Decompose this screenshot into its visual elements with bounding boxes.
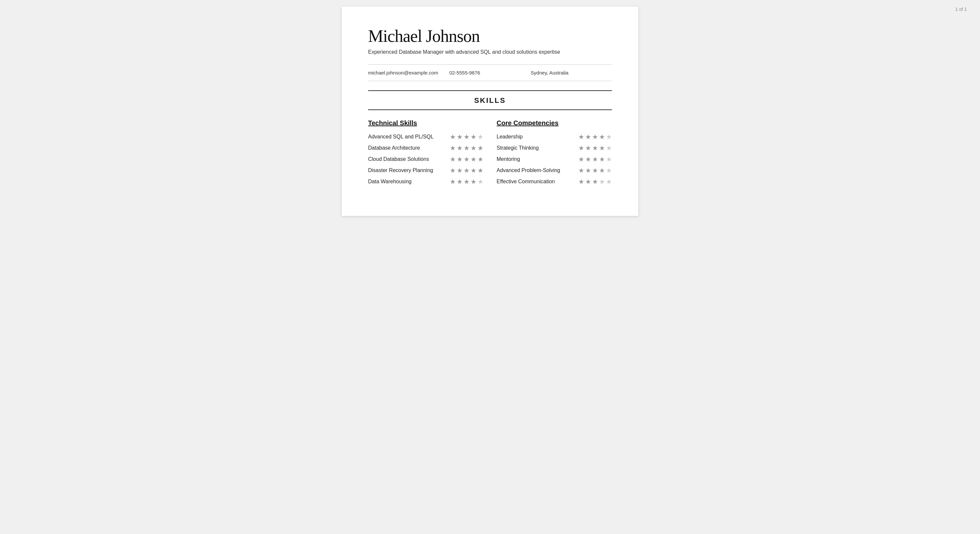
skill-row-cloud: Cloud Database Solutions ★ ★ ★ ★ ★ bbox=[368, 156, 484, 163]
star-3: ★ bbox=[464, 156, 469, 163]
skill-name-db-arch: Database Architecture bbox=[368, 145, 450, 151]
star-1: ★ bbox=[450, 179, 456, 185]
technical-skills-column: Technical Skills Advanced SQL and PL/SQL… bbox=[368, 120, 484, 190]
star-3: ★ bbox=[592, 145, 598, 151]
star-4: ★ bbox=[599, 134, 605, 140]
contact-email: michael.johnson@example.com bbox=[368, 70, 449, 75]
star-2: ★ bbox=[585, 179, 591, 185]
skill-name-sql: Advanced SQL and PL/SQL bbox=[368, 134, 450, 140]
skill-stars-strategic: ★ ★ ★ ★ ★ bbox=[578, 145, 612, 151]
skill-name-strategic: Strategic Thinking bbox=[496, 145, 578, 151]
star-3: ★ bbox=[464, 167, 469, 174]
star-1: ★ bbox=[578, 167, 584, 174]
star-3: ★ bbox=[464, 134, 469, 140]
skill-stars-leadership: ★ ★ ★ ★ ★ bbox=[578, 134, 612, 140]
core-competencies-title: Core Competencies bbox=[496, 120, 612, 127]
skill-row-communication: Effective Communication ★ ★ ★ ★ ★ bbox=[496, 179, 612, 185]
star-2: ★ bbox=[457, 167, 463, 174]
star-4: ★ bbox=[471, 145, 476, 151]
skill-stars-dw: ★ ★ ★ ★ ★ bbox=[450, 179, 484, 185]
star-1: ★ bbox=[578, 145, 584, 151]
skill-stars-mentoring: ★ ★ ★ ★ ★ bbox=[578, 156, 612, 163]
skill-name-cloud: Cloud Database Solutions bbox=[368, 156, 450, 162]
skills-section-title: SKILLS bbox=[368, 91, 612, 110]
star-2: ★ bbox=[585, 167, 591, 174]
star-5: ★ bbox=[477, 179, 484, 185]
star-5: ★ bbox=[606, 179, 612, 185]
skill-row-leadership: Leadership ★ ★ ★ ★ ★ bbox=[496, 134, 612, 140]
contact-divider-bottom bbox=[368, 81, 612, 81]
star-4: ★ bbox=[599, 156, 605, 163]
skill-name-mentoring: Mentoring bbox=[496, 156, 578, 162]
star-2: ★ bbox=[457, 134, 463, 140]
star-2: ★ bbox=[457, 179, 463, 185]
star-2: ★ bbox=[457, 156, 463, 163]
star-4: ★ bbox=[471, 167, 476, 174]
star-5: ★ bbox=[606, 134, 612, 140]
star-3: ★ bbox=[464, 179, 469, 185]
skill-row-sql: Advanced SQL and PL/SQL ★ ★ ★ ★ ★ bbox=[368, 134, 484, 140]
star-1: ★ bbox=[578, 134, 584, 140]
skill-name-problem-solving: Advanced Problem-Solving bbox=[496, 167, 578, 174]
skills-columns: Technical Skills Advanced SQL and PL/SQL… bbox=[368, 120, 612, 190]
star-1: ★ bbox=[578, 179, 584, 185]
skill-stars-disaster: ★ ★ ★ ★ ★ bbox=[450, 167, 484, 174]
skill-stars-cloud: ★ ★ ★ ★ ★ bbox=[450, 156, 484, 163]
star-4: ★ bbox=[599, 167, 605, 174]
star-1: ★ bbox=[578, 156, 584, 163]
star-1: ★ bbox=[450, 167, 456, 174]
page-counter: 1 of 1 bbox=[955, 6, 967, 12]
skill-name-disaster: Disaster Recovery Planning bbox=[368, 167, 450, 174]
star-1: ★ bbox=[450, 145, 456, 151]
star-4: ★ bbox=[599, 145, 605, 151]
star-3: ★ bbox=[592, 179, 598, 185]
skill-name-communication: Effective Communication bbox=[496, 179, 578, 185]
star-1: ★ bbox=[450, 156, 456, 163]
contact-phone: 02-5555-9876 bbox=[449, 70, 531, 75]
star-2: ★ bbox=[585, 156, 591, 163]
star-4: ★ bbox=[599, 179, 605, 185]
star-5: ★ bbox=[477, 167, 484, 174]
star-2: ★ bbox=[585, 134, 591, 140]
skill-row-disaster: Disaster Recovery Planning ★ ★ ★ ★ ★ bbox=[368, 167, 484, 174]
skill-stars-sql: ★ ★ ★ ★ ★ bbox=[450, 134, 484, 140]
skill-stars-problem-solving: ★ ★ ★ ★ ★ bbox=[578, 167, 612, 174]
star-4: ★ bbox=[471, 134, 476, 140]
star-3: ★ bbox=[592, 167, 598, 174]
star-5: ★ bbox=[477, 145, 484, 151]
skill-row-db-arch: Database Architecture ★ ★ ★ ★ ★ bbox=[368, 145, 484, 151]
star-5: ★ bbox=[606, 145, 612, 151]
star-2: ★ bbox=[585, 145, 591, 151]
star-5: ★ bbox=[606, 167, 612, 174]
skill-row-mentoring: Mentoring ★ ★ ★ ★ ★ bbox=[496, 156, 612, 163]
technical-skills-title: Technical Skills bbox=[368, 120, 484, 127]
skill-name-dw: Data Warehousing bbox=[368, 179, 450, 185]
skill-stars-db-arch: ★ ★ ★ ★ ★ bbox=[450, 145, 484, 151]
star-5: ★ bbox=[477, 156, 484, 163]
star-5: ★ bbox=[477, 134, 484, 140]
star-3: ★ bbox=[592, 156, 598, 163]
core-competencies-column: Core Competencies Leadership ★ ★ ★ ★ ★ S… bbox=[496, 120, 612, 190]
skill-row-dw: Data Warehousing ★ ★ ★ ★ ★ bbox=[368, 179, 484, 185]
star-3: ★ bbox=[592, 134, 598, 140]
star-4: ★ bbox=[471, 179, 476, 185]
star-1: ★ bbox=[450, 134, 456, 140]
skill-name-leadership: Leadership bbox=[496, 134, 578, 140]
star-5: ★ bbox=[606, 156, 612, 163]
star-2: ★ bbox=[457, 145, 463, 151]
skill-row-problem-solving: Advanced Problem-Solving ★ ★ ★ ★ ★ bbox=[496, 167, 612, 174]
star-3: ★ bbox=[464, 145, 469, 151]
star-4: ★ bbox=[471, 156, 476, 163]
skill-row-strategic: Strategic Thinking ★ ★ ★ ★ ★ bbox=[496, 145, 612, 151]
section-title-underbar bbox=[368, 110, 612, 110]
candidate-name: Michael Johnson bbox=[368, 26, 612, 46]
skill-stars-communication: ★ ★ ★ ★ ★ bbox=[578, 179, 612, 185]
contact-row: michael.johnson@example.com 02-5555-9876… bbox=[368, 65, 612, 81]
contact-location: Sydney, Australia bbox=[531, 70, 612, 75]
resume-page: Michael Johnson Experienced Database Man… bbox=[342, 6, 638, 216]
candidate-subtitle: Experienced Database Manager with advanc… bbox=[368, 49, 612, 55]
